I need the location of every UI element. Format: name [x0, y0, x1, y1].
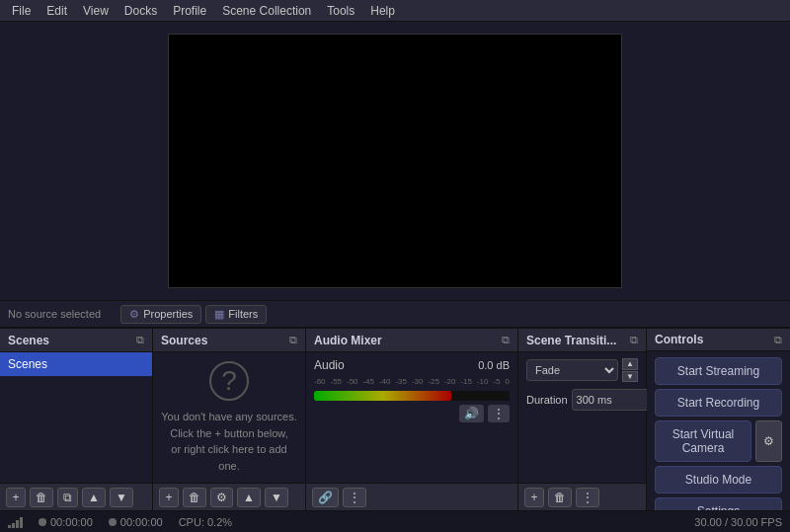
virtual-camera-settings-icon[interactable]: ⚙	[755, 420, 782, 462]
scenes-panel: Scenes ⧉ Scenes + 🗑 ⧉ ▲ ▼	[0, 329, 153, 510]
transitions-title: Scene Transiti...	[526, 334, 616, 347]
menu-edit[interactable]: Edit	[39, 2, 75, 20]
scale-tick-15: -15	[460, 377, 472, 386]
bottom-panels: Scenes ⧉ Scenes + 🗑 ⧉ ▲ ▼ Sources ⧉ ?	[0, 328, 790, 510]
scale-tick-45: -45	[362, 377, 374, 386]
menu-scene-collection[interactable]: Scene Collection	[214, 2, 319, 20]
audio-menu-button[interactable]: ⋮	[343, 488, 366, 507]
preview-canvas	[168, 34, 622, 288]
audio-track-controls: 🔊 ⋮	[314, 405, 510, 422]
transitions-panel-menu-icon[interactable]: ⧉	[630, 334, 638, 346]
controls-title: Controls	[655, 333, 703, 346]
controls-panel-menu-icon[interactable]: ⧉	[774, 334, 782, 346]
controls-content: Start Streaming Start Recording Start Vi…	[647, 351, 790, 532]
scale-tick-55: -55	[330, 377, 342, 386]
scenes-list: Scenes	[0, 352, 152, 483]
menubar: File Edit View Docks Profile Scene Colle…	[0, 0, 790, 22]
transition-menu-button[interactable]: ⋮	[576, 488, 599, 507]
sources-panel-menu-icon[interactable]: ⧉	[289, 334, 297, 346]
audio-options-button[interactable]: ⋮	[488, 405, 510, 422]
virtual-camera-row: Start Virtual Camera ⚙	[655, 420, 782, 462]
source-tabs: ⚙ Properties ▦ Filters	[120, 305, 267, 324]
transition-spinner: ▲ ▼	[622, 358, 638, 382]
audio-panel-header: Audio Mixer ⧉	[306, 329, 517, 352]
sources-add-button[interactable]: +	[159, 488, 179, 507]
transition-select-row: Fade ▲ ▼	[526, 358, 638, 382]
scale-tick-35: -35	[395, 377, 407, 386]
scale-tick-0: 0	[505, 377, 509, 386]
sources-settings-button[interactable]: ⚙	[210, 488, 233, 507]
scenes-down-button[interactable]: ▼	[110, 488, 133, 507]
transitions-content: Fade ▲ ▼ Duration ▲ ▼	[518, 352, 646, 483]
menu-file[interactable]: File	[4, 2, 39, 20]
scale-tick-30: -30	[412, 377, 424, 386]
sources-panel: Sources ⧉ ? You don't have any sources.C…	[153, 329, 306, 510]
menu-tools[interactable]: Tools	[319, 2, 362, 20]
transitions-panel: Scene Transiti... ⧉ Fade ▲ ▼ Duration	[518, 329, 647, 510]
menu-help[interactable]: Help	[362, 2, 403, 20]
transition-spinner-down[interactable]: ▼	[622, 371, 638, 383]
tab-properties[interactable]: ⚙ Properties	[120, 305, 201, 324]
audio-footer: 🔗 ⋮	[306, 483, 517, 510]
sources-empty-icon: ?	[209, 361, 249, 401]
menu-docks[interactable]: Docks	[117, 2, 165, 20]
audio-track: Audio 0.0 dB -60 -55 -50 -45 -40 -35 -30…	[314, 358, 510, 422]
scenes-title: Scenes	[8, 334, 49, 347]
transition-type-select[interactable]: Fade	[526, 359, 618, 381]
scenes-panel-menu-icon[interactable]: ⧉	[136, 334, 144, 346]
studio-mode-button[interactable]: Studio Mode	[655, 466, 782, 494]
no-source-text: No source selected	[8, 308, 101, 320]
recording-time-item: 00:00:00	[109, 516, 163, 528]
scale-tick-50: -50	[347, 377, 358, 386]
audio-panel-menu-icon[interactable]: ⧉	[502, 334, 510, 346]
duration-row: Duration ▲ ▼	[526, 388, 638, 412]
statusbar: 00:00:00 00:00:00 CPU: 0.2% 30.00 / 30.0…	[0, 510, 790, 532]
sources-delete-button[interactable]: 🗑	[183, 488, 206, 507]
sources-up-button[interactable]: ▲	[237, 488, 261, 507]
audio-link-button[interactable]: 🔗	[312, 488, 339, 507]
fps-counter: 30.00 / 30.00 FPS	[694, 516, 782, 528]
transition-spinner-up[interactable]: ▲	[622, 358, 638, 370]
transitions-panel-header: Scene Transiti... ⧉	[518, 329, 646, 352]
streaming-indicator	[39, 518, 46, 526]
transitions-footer: + 🗑 ⋮	[518, 483, 646, 510]
start-recording-button[interactable]: Start Recording	[655, 389, 782, 417]
audio-track-name: Audio	[314, 358, 345, 372]
cpu-usage: CPU: 0.2%	[179, 516, 232, 528]
scenes-copy-button[interactable]: ⧉	[57, 488, 78, 507]
start-streaming-button[interactable]: Start Streaming	[655, 357, 782, 385]
transition-delete-button[interactable]: 🗑	[548, 488, 572, 507]
scale-tick-40: -40	[379, 377, 391, 386]
transition-add-button[interactable]: +	[524, 488, 544, 507]
tab-filters[interactable]: ▦ Filters	[205, 305, 267, 324]
audio-panel: Audio Mixer ⧉ Audio 0.0 dB -60 -55 -50 -…	[306, 329, 518, 510]
scenes-up-button[interactable]: ▲	[82, 488, 106, 507]
scenes-delete-button[interactable]: 🗑	[30, 488, 53, 507]
audio-mute-button[interactable]: 🔊	[459, 405, 484, 422]
sources-down-button[interactable]: ▼	[265, 488, 288, 507]
sources-content[interactable]: ? You don't have any sources.Click the +…	[153, 352, 305, 483]
signal-bar-3	[16, 520, 19, 528]
scene-item[interactable]: Scenes	[0, 352, 152, 376]
signal-bar-2	[12, 523, 15, 528]
signal-strength	[8, 516, 23, 528]
menu-view[interactable]: View	[75, 2, 117, 20]
menu-profile[interactable]: Profile	[165, 2, 214, 20]
scenes-add-button[interactable]: +	[6, 488, 26, 507]
controls-panel-header: Controls ⧉	[647, 329, 790, 351]
source-info-bar: No source selected ⚙ Properties ▦ Filter…	[0, 300, 790, 328]
start-virtual-camera-button[interactable]: Start Virtual Camera	[655, 420, 751, 462]
signal-bar-1	[8, 525, 11, 528]
scale-tick-25: -25	[428, 377, 439, 386]
audio-meter-fill	[314, 391, 451, 401]
audio-scale: -60 -55 -50 -45 -40 -35 -30 -25 -20 -15 …	[314, 376, 510, 387]
scale-tick-60: -60	[314, 377, 326, 386]
scale-tick-20: -20	[444, 377, 456, 386]
main-area: No source selected ⚙ Properties ▦ Filter…	[0, 22, 790, 532]
audio-db-level: 0.0 dB	[478, 359, 510, 371]
recording-indicator	[109, 518, 117, 526]
preview-area	[0, 22, 790, 300]
scenes-panel-header: Scenes ⧉	[0, 329, 152, 352]
filters-icon: ▦	[214, 308, 224, 321]
audio-meter	[314, 391, 510, 401]
